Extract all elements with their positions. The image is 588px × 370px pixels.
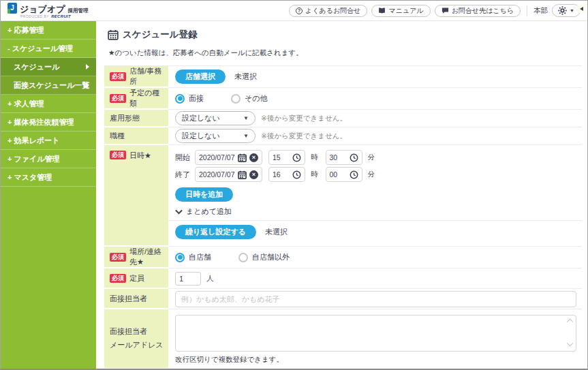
row-schedule-type: 必須 予定の種類 面接 その他: [104, 88, 582, 110]
sidebar-item-schedule[interactable]: スケジュール: [1, 58, 96, 76]
radio-selected-icon: [175, 94, 185, 104]
schedule-type-label: 予定の種類: [129, 88, 164, 108]
row-employment-type: 雇用形態 設定しない ▼ ※後から変更できません。: [104, 110, 582, 127]
calendar-icon[interactable]: [238, 170, 247, 179]
sidebar-item-interview-schedule-list[interactable]: 面接スケジュール一覧: [1, 76, 96, 95]
sidebar-item-job-management[interactable]: + 求人管理: [1, 95, 96, 113]
occupation-dropdown[interactable]: 設定しない ▼: [175, 129, 256, 143]
start-minute-value: 30: [330, 153, 338, 161]
brand-name: ジョブオプ: [20, 5, 65, 14]
gear-icon: [558, 6, 567, 15]
end-date-value: 2020/07/07: [199, 170, 235, 179]
occupation-label: 職種: [110, 131, 125, 141]
employment-note: ※後から変更できません。: [261, 114, 347, 123]
chevron-down-icon: [175, 209, 183, 215]
sidebar-item-effect-report[interactable]: + 効果レポート: [1, 132, 96, 150]
add-datetime-button[interactable]: 日時を追加: [175, 187, 233, 202]
start-date-value: 2020/07/07: [199, 153, 235, 161]
row-location: 必須 場所/連絡先★ 自店舗 自店舗以外: [104, 247, 582, 268]
calendar-icon[interactable]: [238, 153, 247, 162]
start-date-field[interactable]: 2020/07/07 ×: [195, 150, 262, 165]
end-hour-value: 16: [273, 170, 281, 179]
radio-other-location[interactable]: 自店舗以外: [238, 252, 290, 262]
jobop-logo-icon: J: [7, 3, 17, 14]
faq-button[interactable]: ? よくあるお問合せ: [289, 5, 367, 17]
radio-unselected-icon: [238, 253, 248, 262]
employment-dropdown[interactable]: 設定しない ▼: [175, 111, 256, 125]
radio-interview-label: 面接: [189, 93, 204, 104]
radio-unselected-icon: [231, 94, 241, 104]
shop-status: 未選択: [234, 72, 257, 82]
sidebar-item-file-management[interactable]: + ファイル管理: [1, 150, 96, 168]
clear-icon[interactable]: ×: [249, 170, 258, 179]
manual-button[interactable]: マニュアル: [371, 5, 430, 17]
interviewer-email-label-1: 面接担当者: [110, 327, 147, 335]
capacity-label: 定員: [129, 273, 144, 283]
required-badge: 必須: [110, 253, 126, 262]
chat-bubble-icon: [442, 7, 449, 14]
employment-dropdown-value: 設定しない: [182, 113, 220, 123]
start-label: 開始: [175, 153, 190, 163]
sidebar-item-schedule-management[interactable]: - スケジュール管理: [1, 40, 96, 58]
bulk-add-toggle[interactable]: まとめて追加: [175, 206, 232, 217]
row-interviewer: 面接担当者: [104, 289, 582, 309]
interviewer-email-textarea[interactable]: [175, 315, 576, 352]
clock-icon[interactable]: [350, 153, 358, 162]
sidebar-item-applications[interactable]: + 応募管理: [1, 21, 96, 40]
clear-icon[interactable]: ×: [249, 153, 258, 162]
capacity-unit: 人: [206, 274, 214, 283]
contact-button-label: お問合せ先はこちら: [452, 6, 514, 16]
datetime-label: 日時★: [129, 151, 151, 161]
bulk-add-label: まとめて追加: [186, 206, 232, 217]
dropdown-arrow-icon: ▼: [243, 133, 249, 139]
radio-other[interactable]: その他: [231, 93, 268, 104]
sidebar: + 応募管理 - スケジュール管理 スケジュール 面接スケジュール一覧 + 求人…: [1, 21, 96, 369]
radio-interview[interactable]: 面接: [175, 93, 204, 104]
app-window: J ジョブオプ 採用管理 PRODUCED BY RECRUIT ? よくあるお…: [0, 0, 588, 370]
interviewer-email-label-2: メールアドレス: [110, 341, 164, 349]
radio-selected-icon: [175, 253, 185, 262]
minute-unit: 分: [368, 153, 375, 162]
clock-icon[interactable]: [292, 153, 301, 162]
star-note: ★のついた情報は、応募者への自動メールに記載されます。: [104, 41, 582, 58]
calendar-icon: [108, 29, 119, 40]
app-logo: J ジョブオプ 採用管理 PRODUCED BY RECRUIT: [7, 3, 89, 18]
row-datetime: 必須 日時★ 開始 2020/07/07 × 15: [104, 145, 582, 247]
interviewer-label: 面接担当者: [110, 294, 147, 304]
repeat-setting-button[interactable]: 繰り返し設定する: [175, 225, 256, 239]
shop-select-button[interactable]: 店舗選択: [175, 70, 226, 84]
faq-button-label: よくあるお問合せ: [305, 6, 360, 16]
sidebar-item-media-order-management[interactable]: + 媒体発注依頼管理: [1, 113, 96, 132]
schedule-form: 必須 店舗/事務所 店舗選択 未選択 必須 予定の種類 面接: [104, 65, 582, 370]
end-minute-value: 00: [330, 170, 338, 179]
datetime-divider: [168, 220, 582, 221]
hour-unit: 時: [311, 170, 318, 179]
start-minute-field[interactable]: 30: [326, 150, 362, 165]
start-hour-field[interactable]: 15: [268, 150, 305, 165]
shop-label: 店舗/事務所: [129, 66, 164, 87]
settings-menu-button[interactable]: ▼: [552, 4, 581, 17]
interviewer-input[interactable]: [175, 291, 576, 307]
manual-button-label: マニュアル: [388, 6, 423, 16]
clock-icon[interactable]: [292, 170, 301, 179]
start-hour-value: 15: [273, 153, 281, 161]
capacity-input[interactable]: [175, 272, 201, 286]
produced-by-label: PRODUCED BY: [20, 15, 49, 18]
page-title: スケジュール登録: [123, 29, 198, 41]
radio-own-store-label: 自店舗: [189, 252, 211, 262]
chevron-left-icon: [580, 7, 583, 11]
dropdown-arrow-icon: ▼: [243, 115, 249, 121]
sidebar-item-master-management[interactable]: + マスタ管理: [1, 168, 96, 187]
required-badge: 必須: [110, 94, 126, 103]
contact-button[interactable]: お問合せ先はこちら: [435, 5, 521, 17]
required-badge: 必須: [110, 151, 126, 159]
radio-own-store[interactable]: 自店舗: [175, 252, 211, 262]
clock-icon[interactable]: [350, 170, 358, 179]
end-hour-field[interactable]: 16: [268, 167, 305, 182]
sidebar-collapse-button[interactable]: [577, 5, 585, 13]
end-date-field[interactable]: 2020/07/07 ×: [195, 167, 262, 182]
end-label: 終了: [175, 170, 190, 180]
required-badge: 必須: [110, 72, 126, 81]
recruit-logo: RECRUIT: [51, 14, 71, 18]
end-minute-field[interactable]: 00: [326, 167, 362, 182]
